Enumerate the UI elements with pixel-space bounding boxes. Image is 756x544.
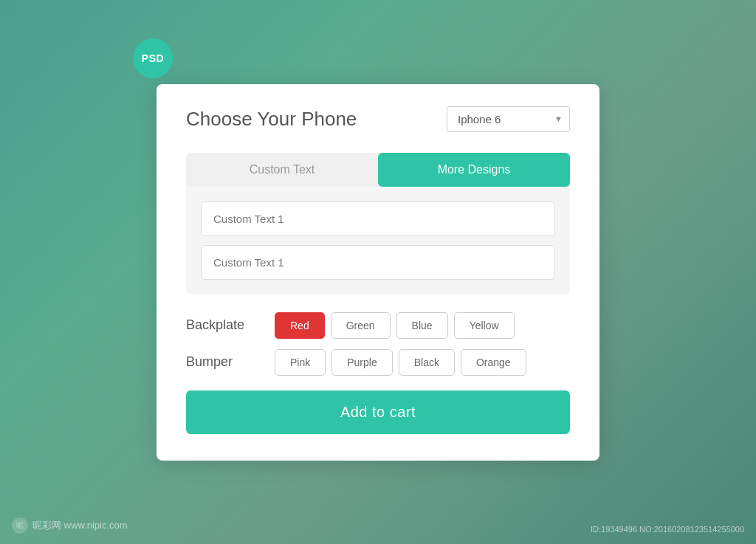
watermark-site: 昵彩网 www.nipic.com <box>32 519 128 532</box>
tab-custom-text[interactable]: Custom Text <box>186 153 378 187</box>
bumper-option-purple[interactable]: Purple <box>331 349 392 376</box>
watermark-icon: 昵 <box>12 517 28 534</box>
tab-bar: Custom Text More Designs <box>186 153 570 187</box>
watermark-id: ID:19349496 NO:20160208123514255000 <box>591 525 744 534</box>
bumper-option-pink[interactable]: Pink <box>275 349 326 376</box>
backplate-option-red[interactable]: Red <box>275 312 325 339</box>
phone-select-wrapper[interactable]: Iphone 6 Iphone 7 Iphone 8 Samsung Galax… <box>447 106 570 132</box>
phone-select[interactable]: Iphone 6 Iphone 7 Iphone 8 Samsung Galax… <box>447 106 570 132</box>
bumper-row: Bumper Pink Purple Black Orange <box>186 349 570 376</box>
bumper-option-black[interactable]: Black <box>399 349 455 376</box>
psd-badge-label: PSD <box>142 52 164 64</box>
backplate-option-yellow[interactable]: Yellow <box>454 312 515 339</box>
tab-content <box>186 187 570 295</box>
page-title: Choose Your Phone <box>186 108 357 131</box>
backplate-label: Backplate <box>186 317 275 333</box>
bumper-options: Pink Purple Black Orange <box>275 349 526 376</box>
tab-more-designs[interactable]: More Designs <box>378 153 570 187</box>
bumper-label: Bumper <box>186 354 275 370</box>
main-card: Choose Your Phone Iphone 6 Iphone 7 Ipho… <box>157 84 599 461</box>
watermark-left: 昵 昵彩网 www.nipic.com <box>12 517 128 534</box>
bumper-option-orange[interactable]: Orange <box>461 349 526 376</box>
custom-text-input-1[interactable] <box>201 202 555 236</box>
custom-text-input-2[interactable] <box>201 245 555 280</box>
backplate-option-blue[interactable]: Blue <box>396 312 448 339</box>
backplate-options: Red Green Blue Yellow <box>275 312 515 339</box>
backplate-option-green[interactable]: Green <box>331 312 391 339</box>
card-header: Choose Your Phone Iphone 6 Iphone 7 Ipho… <box>186 106 570 132</box>
backplate-row: Backplate Red Green Blue Yellow <box>186 312 570 339</box>
add-to-cart-button[interactable]: Add to cart <box>186 390 570 434</box>
watermark: 昵 昵彩网 www.nipic.com ID:19349496 NO:20160… <box>0 517 756 534</box>
psd-badge: PSD <box>133 38 173 78</box>
